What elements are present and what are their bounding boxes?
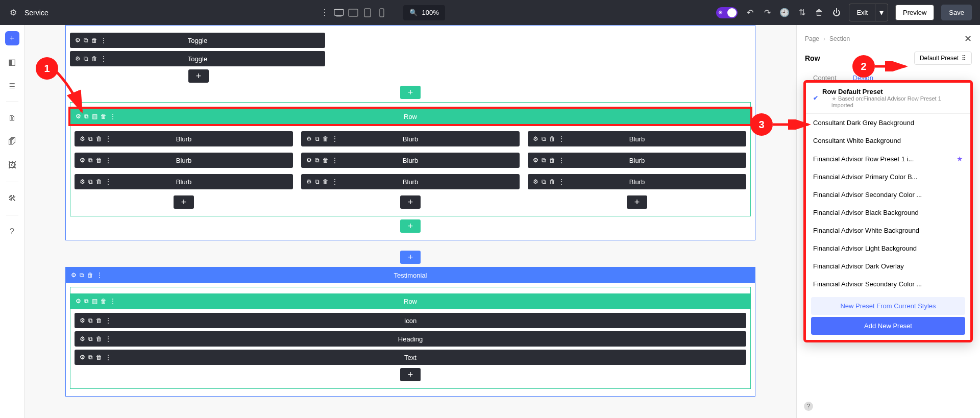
preset-option[interactable]: Financial Advisor Dark Overlay [806,257,970,275]
module-blurb[interactable]: ⚙⧉🗑⋮Blurb [301,131,520,146]
gear-icon[interactable]: ⚙ [71,272,77,279]
tablet-portrait-icon[interactable] [362,8,373,18]
module-heading[interactable]: ⚙⧉🗑⋮Heading [75,331,746,347]
sort-icon[interactable]: ⇅ [797,8,807,18]
gear-icon[interactable]: ⚙ [75,37,81,44]
annotation-1: 1 [36,57,58,80]
row-bar-selected[interactable]: ⚙⧉▥🗑⋮ Row [70,109,750,124]
module-blurb[interactable]: ⚙⧉🗑⋮Blurb [75,153,293,168]
preset-current[interactable]: ✔ Row Default Preset ★ Based on:Financia… [806,83,970,113]
gear-icon[interactable]: ⚙ [75,55,81,62]
more-icon[interactable]: ⋮ [96,272,103,279]
more-icon[interactable]: ⋮ [110,113,116,120]
layers-icon[interactable]: ◧ [5,55,19,69]
svg-rect-2 [349,9,358,16]
trash-icon[interactable]: 🗑 [101,113,107,120]
module-blurb[interactable]: ⚙⧉🗑⋮Blurb [528,174,746,189]
new-preset-button[interactable]: New Preset From Current Styles [811,297,965,315]
preset-option[interactable]: Financial Advisor White Background [806,222,970,239]
zoom-value: 100% [422,9,438,16]
add-module[interactable]: + [400,368,421,381]
preset-option[interactable]: Financial Advisor Black Background [806,204,970,222]
section-bar[interactable]: ⚙⧉🗑⋮ Testimonial [66,267,755,283]
copy-icon[interactable]: ⧉ [84,37,88,44]
module-label: Toggle [188,55,207,63]
svg-rect-3 [364,9,371,17]
module-toggle[interactable]: ⚙⧉🗑⋮ Toggle [70,33,325,48]
undo-icon[interactable]: ↶ [745,8,755,18]
preset-option[interactable]: Financial Advisor Secondary Color ... [806,186,970,204]
add-preset-button[interactable]: Add New Preset [811,317,965,335]
add-button[interactable]: + [5,31,19,45]
close-icon[interactable]: ✕ [964,33,972,44]
add-row[interactable]: + [400,86,421,99]
preset-dropdown-button[interactable]: Default Preset ⠿ [914,52,972,65]
desktop-icon[interactable] [334,8,344,18]
module-toggle[interactable]: ⚙⧉🗑⋮ Toggle [70,51,325,66]
check-icon: ✔ [813,94,818,102]
more-icon[interactable]: ⋮ [101,37,107,44]
help-icon[interactable]: ? [5,225,19,239]
breadcrumb-page[interactable]: Page [805,35,819,42]
row-label: Row [404,113,417,120]
annotation-3: 3 [750,113,773,136]
theme-toggle[interactable] [716,7,738,18]
add-section[interactable]: + [400,251,421,264]
trash-icon[interactable]: 🗑 [91,37,97,44]
media-icon[interactable]: 🖼 [5,158,19,173]
exit-caret[interactable]: ▾ [875,4,888,21]
phone-icon[interactable] [377,8,387,18]
page-icon[interactable]: 🗎 [5,111,19,126]
help-icon[interactable]: ? [804,402,813,411]
preset-option[interactable]: Financial Advisor Secondary Color ... [806,275,970,293]
row-bar[interactable]: ⚙⧉▥🗑⋮ Row [70,293,750,309]
module-text[interactable]: ⚙⧉🗑⋮Text [75,350,746,365]
exit-button[interactable]: Exit [849,4,875,21]
section-label: Testimonial [394,272,427,279]
preset-option[interactable]: Financial Advisor Primary Color B... [806,168,970,186]
module-blurb[interactable]: ⚙⧉🗑⋮Blurb [528,153,746,168]
trash-icon[interactable]: 🗑 [87,272,93,279]
svg-rect-0 [334,9,344,15]
preset-option[interactable]: Financial Advisor Row Preset 1 i...★ [806,150,970,168]
preset-option[interactable]: Consultant White Background [806,132,970,150]
add-module[interactable]: + [174,195,194,209]
module-blurb[interactable]: ⚙⧉🗑⋮Blurb [75,131,293,146]
preset-option[interactable]: Financial Advisor Light Background [806,239,970,257]
module-blurb[interactable]: ⚙⧉🗑⋮Blurb [301,174,520,189]
add-module[interactable]: + [188,69,209,83]
columns-icon[interactable]: ≣ [5,78,19,92]
copy-icon[interactable]: ⧉ [80,272,84,279]
zoom-input[interactable]: 🔍 100% [403,5,445,20]
more-icon[interactable]: ⋮ [101,55,107,62]
preview-button[interactable]: Preview [895,5,934,20]
svg-rect-4 [380,9,384,17]
columns-icon[interactable]: ▥ [92,113,97,120]
breadcrumb-section[interactable]: Section [829,35,850,42]
add-row[interactable]: + [400,219,421,233]
add-module[interactable]: + [627,195,647,209]
trash-icon[interactable]: 🗑 [91,55,97,62]
preset-dropdown: ✔ Row Default Preset ★ Based on:Financia… [803,80,973,342]
more-icon[interactable]: ⋮ [320,8,330,18]
module-icon[interactable]: ⚙⧉🗑⋮Icon [75,313,746,328]
redo-icon[interactable]: ↷ [762,8,772,18]
search-icon: 🔍 [409,9,418,16]
history-icon[interactable]: 🕘 [779,8,790,18]
star-icon: ★ [957,155,963,163]
module-blurb[interactable]: ⚙⧉🗑⋮Blurb [75,174,293,189]
save-button[interactable]: Save [941,5,972,20]
preset-option[interactable]: Consultant Dark Grey Background [806,114,970,132]
inspector-title: Row [805,54,820,62]
module-blurb[interactable]: ⚙⧉🗑⋮Blurb [301,153,520,168]
breadcrumb: Page › Section ✕ [805,33,972,44]
trash-icon[interactable]: 🗑 [814,8,824,18]
gear-icon[interactable]: ⚙ [8,8,18,18]
module-blurb[interactable]: ⚙⧉🗑⋮Blurb [528,131,746,146]
copy-icon[interactable]: ⧉ [84,55,88,62]
tools-icon[interactable]: 🛠 [5,191,19,206]
power-icon[interactable]: ⏻ [831,8,842,18]
template-icon[interactable]: 🗐 [5,135,19,149]
add-module[interactable]: + [400,195,421,209]
tablet-landscape-icon[interactable] [348,8,358,18]
